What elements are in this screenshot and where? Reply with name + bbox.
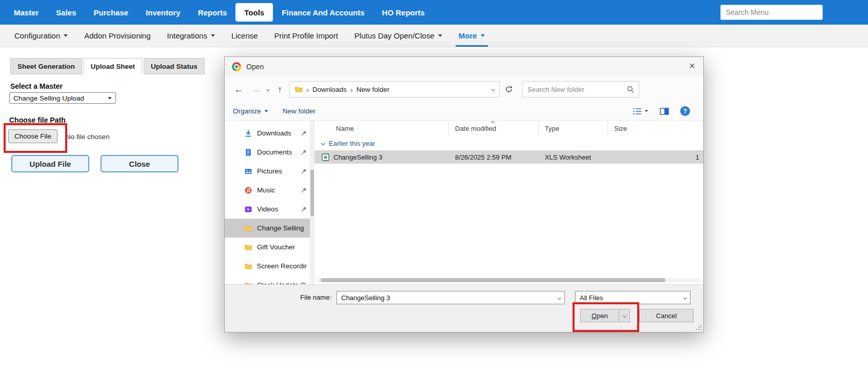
panel-tabs: Sheet Generation Upload Sheet Upload Sta… bbox=[10, 58, 206, 74]
annotation-choose-file-highlight bbox=[4, 123, 67, 153]
address-bar[interactable]: › Downloads › New folder bbox=[289, 81, 500, 97]
sidebar-item-gift-voucher[interactable]: Gift Voucher bbox=[225, 238, 310, 257]
column-header-date-modified[interactable]: Date modified bbox=[449, 121, 539, 136]
dialog-toolbar: Organize New folder ? bbox=[225, 102, 703, 121]
sidebar-scrollbar[interactable] bbox=[310, 121, 314, 284]
organize-menu-button[interactable]: Organize bbox=[233, 107, 268, 115]
sidebar-item-music[interactable]: Music bbox=[225, 181, 310, 200]
subnav-item-integrations[interactable]: Integrations bbox=[159, 25, 223, 47]
column-header-label: Date modified bbox=[455, 125, 496, 132]
pin-icon bbox=[301, 130, 307, 136]
folder-icon bbox=[294, 85, 303, 93]
subnav-label: Integrations bbox=[167, 31, 207, 40]
sidebar-item-stock-update[interactable]: Stock Update C bbox=[225, 276, 310, 284]
subnav-item-license[interactable]: License bbox=[223, 25, 266, 47]
subnav-item-addon-provisioning[interactable]: Addon Provisioning bbox=[76, 25, 159, 47]
select-master-label: Select a Master bbox=[10, 82, 63, 90]
sidebar-item-label: Change Selling bbox=[257, 224, 304, 232]
sidebar-item-label: Videos bbox=[257, 205, 278, 213]
subnav-item-plutus-day-open-close[interactable]: Plutus Day Open/Close bbox=[346, 25, 450, 47]
file-open-dialog: Open × ← → ↑ › Downloads › New folder bbox=[224, 56, 704, 333]
file-size-cell: 1 bbox=[608, 153, 703, 161]
file-type-dropdown-button[interactable] bbox=[680, 291, 690, 304]
dialog-nav-bar: ← → ↑ › Downloads › New folder bbox=[225, 76, 703, 102]
search-menu-input[interactable] bbox=[720, 5, 823, 20]
sidebar-item-label: Pictures bbox=[257, 167, 282, 175]
upload-file-button[interactable]: Upload File bbox=[11, 155, 89, 172]
nav-item-tools[interactable]: Tools bbox=[235, 3, 273, 22]
column-header-name[interactable]: Name bbox=[314, 121, 449, 136]
help-icon[interactable]: ? bbox=[680, 106, 690, 116]
file-name-dropdown-button[interactable] bbox=[554, 291, 564, 304]
group-header-earlier-this-year[interactable]: Earlier this year bbox=[314, 136, 703, 150]
breadcrumb-new-folder[interactable]: New folder bbox=[357, 86, 390, 93]
dialog-search-input[interactable] bbox=[527, 86, 627, 93]
group-label: Earlier this year bbox=[329, 140, 375, 147]
horizontal-scrollbar[interactable] bbox=[318, 278, 700, 282]
pin-icon bbox=[301, 149, 307, 155]
subnav-item-configuration[interactable]: Configuration bbox=[6, 25, 76, 47]
column-header-size[interactable]: Size bbox=[608, 121, 703, 136]
resize-grip[interactable] bbox=[695, 324, 701, 330]
subnav-label: Print Profile Import bbox=[274, 31, 338, 40]
sidebar-item-change-selling[interactable]: Change Selling bbox=[225, 219, 310, 238]
nav-item-finance-and-accounts[interactable]: Finance And Accounts bbox=[273, 0, 373, 25]
sidebar-scrollbar-thumb[interactable] bbox=[310, 170, 314, 216]
sidebar-item-downloads[interactable]: Downloads bbox=[225, 124, 310, 143]
sidebar-item-documents[interactable]: Documents bbox=[225, 143, 310, 162]
dialog-search-box bbox=[522, 81, 639, 97]
refresh-icon[interactable] bbox=[505, 85, 513, 93]
master-select-dropdown[interactable]: Change Selling Upload bbox=[9, 92, 116, 104]
column-headers: Name Date modified Type Size bbox=[314, 121, 703, 136]
file-type-cell: XLS Worksheet bbox=[539, 153, 608, 161]
dialog-title: Open bbox=[246, 63, 264, 71]
nav-item-inventory[interactable]: Inventory bbox=[137, 0, 189, 25]
file-row-changeselling-3[interactable]: ChangeSelling 3 8/26/2025 2:59 PM XLS Wo… bbox=[314, 150, 703, 164]
forward-arrow-icon[interactable]: → bbox=[251, 84, 261, 95]
close-icon[interactable]: × bbox=[689, 61, 695, 71]
nav-item-reports[interactable]: Reports bbox=[189, 0, 236, 25]
pictures-icon bbox=[244, 167, 252, 175]
view-mode-button[interactable] bbox=[633, 108, 648, 115]
sidebar-item-label: Documents bbox=[257, 148, 292, 156]
nav-item-sales[interactable]: Sales bbox=[47, 0, 85, 25]
document-icon bbox=[244, 148, 252, 157]
chevron-down-icon bbox=[264, 110, 268, 112]
sidebar-item-videos[interactable]: Videos bbox=[225, 200, 310, 219]
nav-item-ho-reports[interactable]: HO Reports bbox=[373, 0, 433, 25]
up-arrow-icon[interactable]: ↑ bbox=[278, 84, 282, 95]
close-button[interactable]: Close bbox=[101, 155, 179, 172]
subnav-item-print-profile-import[interactable]: Print Profile Import bbox=[266, 25, 346, 47]
tab-sheet-generation[interactable]: Sheet Generation bbox=[10, 58, 82, 74]
app-page: Master Sales Purchase Inventory Reports … bbox=[0, 0, 868, 391]
file-name-cell: ChangeSelling 3 bbox=[314, 153, 449, 161]
chevron-down-icon bbox=[481, 34, 485, 37]
cancel-button[interactable]: Cancel bbox=[639, 309, 694, 322]
column-header-type[interactable]: Type bbox=[539, 121, 608, 136]
new-folder-button[interactable]: New folder bbox=[283, 107, 316, 115]
sidebar-item-label: Downloads bbox=[257, 129, 291, 137]
subnav-item-more[interactable]: More bbox=[450, 25, 493, 47]
preview-pane-icon[interactable] bbox=[660, 108, 669, 115]
xls-file-icon bbox=[322, 153, 329, 161]
sidebar-item-label: Screen Recordin bbox=[257, 262, 307, 270]
file-name-input[interactable] bbox=[337, 294, 554, 302]
chrome-icon bbox=[232, 62, 241, 71]
breadcrumb-downloads[interactable]: Downloads bbox=[312, 86, 347, 93]
chevron-down-icon bbox=[108, 97, 111, 100]
back-arrow-icon[interactable]: ← bbox=[234, 84, 243, 95]
nav-item-master[interactable]: Master bbox=[5, 0, 47, 25]
collapse-chevron-icon bbox=[321, 141, 325, 145]
sidebar-item-pictures[interactable]: Pictures bbox=[225, 162, 310, 181]
annotation-open-button-highlight bbox=[573, 302, 639, 332]
nav-item-purchase[interactable]: Purchase bbox=[85, 0, 137, 25]
recent-locations-chevron-icon[interactable] bbox=[266, 87, 270, 91]
music-icon bbox=[244, 186, 252, 194]
chevron-down-icon bbox=[438, 34, 442, 37]
address-dropdown-chevron-icon[interactable] bbox=[491, 87, 495, 91]
sidebar-item-screen-recording[interactable]: Screen Recordin bbox=[225, 257, 310, 276]
horizontal-scrollbar-thumb[interactable] bbox=[321, 278, 665, 282]
tab-upload-status[interactable]: Upload Status bbox=[144, 58, 205, 74]
dialog-title-bar[interactable]: Open × bbox=[225, 57, 703, 76]
tab-upload-sheet[interactable]: Upload Sheet bbox=[84, 58, 142, 74]
